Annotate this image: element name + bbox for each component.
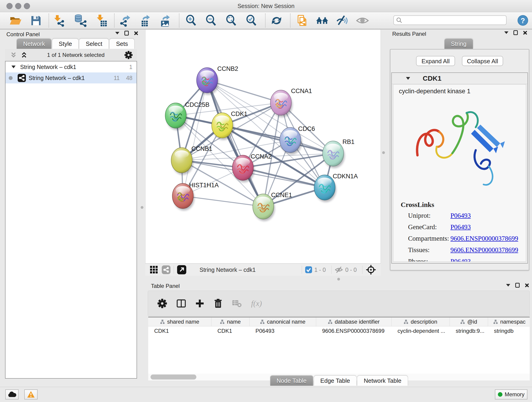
- show-columns-icon[interactable]: [177, 299, 186, 308]
- tab-select[interactable]: Select: [79, 38, 109, 49]
- splitter-handle[interactable]: [141, 206, 143, 209]
- zoom-window-button[interactable]: [24, 3, 30, 9]
- crosslink-link[interactable]: P06493: [450, 258, 471, 262]
- save-session-icon[interactable]: [29, 14, 43, 27]
- crosslink-label: GeneCard:: [408, 223, 450, 231]
- warnings-button[interactable]: [24, 389, 38, 400]
- column-header-canonical-name[interactable]: canonical name: [249, 317, 316, 326]
- panel-menu-icon[interactable]: [506, 284, 510, 287]
- crosslink-row: Tissues:9606.ENSP00000378699: [401, 246, 526, 254]
- open-in-window-icon[interactable]: [177, 265, 186, 274]
- hidden-eye-icon[interactable]: [335, 266, 343, 273]
- column-header-shared-name[interactable]: shared name: [148, 317, 211, 326]
- cloud-status-button[interactable]: [5, 389, 19, 400]
- collection-expander-icon[interactable]: [12, 65, 16, 68]
- help-button[interactable]: ?: [518, 15, 528, 26]
- fit-selected-crosshair-icon[interactable]: [366, 264, 376, 275]
- crosslink-link[interactable]: P06493: [450, 223, 471, 231]
- window-title: Session: New Session: [0, 0, 532, 12]
- export-table-icon[interactable]: [138, 14, 152, 27]
- tab-style[interactable]: Style: [52, 38, 79, 49]
- panel-float-icon[interactable]: [515, 283, 520, 288]
- expand-all-button[interactable]: Expand All: [416, 56, 455, 66]
- gear-icon[interactable]: [124, 51, 133, 59]
- panel-menu-icon[interactable]: [115, 32, 119, 34]
- network-tree: String Network – cdk1 1 String Network –…: [5, 61, 137, 379]
- control-panel: Control Panel NetworkStyleSelectSets 1 o…: [2, 30, 140, 380]
- function-builder-icon: f(x): [251, 299, 262, 308]
- panel-close-icon[interactable]: [523, 31, 527, 35]
- column-header--id[interactable]: @id: [450, 317, 488, 326]
- collapse-all-button[interactable]: Collapse All: [462, 56, 503, 66]
- column-header-description[interactable]: description: [392, 317, 450, 326]
- tab-string[interactable]: String: [444, 38, 473, 49]
- tab-network[interactable]: Network: [17, 38, 51, 49]
- table-settings-gear-icon[interactable]: [157, 298, 167, 308]
- node-label-CDKN1A: CDKN1A: [333, 173, 358, 180]
- table-row[interactable]: CDK1CDK1P064939606.ENSP00000378699cyclin…: [148, 326, 530, 336]
- splitter-handle[interactable]: [382, 151, 385, 154]
- minimize-window-button[interactable]: [15, 3, 21, 9]
- zoom-in-icon[interactable]: [184, 14, 198, 27]
- column-header-database-identifier[interactable]: database identifier: [316, 317, 392, 326]
- crosslink-link[interactable]: 9606.ENSP00000378699: [450, 246, 518, 254]
- create-column-plus-icon[interactable]: [195, 299, 204, 308]
- panel-float-icon[interactable]: [124, 31, 129, 36]
- toolbar-separator: [290, 13, 291, 27]
- toolbar-separator: [265, 13, 266, 27]
- zoom-fit-icon[interactable]: [224, 14, 238, 27]
- expand-all-icon[interactable]: [21, 51, 27, 58]
- network-node-CDK1[interactable]: [212, 113, 234, 140]
- warning-icon: [27, 391, 35, 398]
- table-cell: cyclin-dependent ...: [392, 326, 450, 336]
- network-node-CCNB1[interactable]: [171, 148, 193, 175]
- export-network-icon[interactable]: [118, 14, 132, 27]
- houses-icon[interactable]: [316, 14, 329, 27]
- netbar-separator: [174, 266, 174, 274]
- tab-edge-table[interactable]: Edge Table: [314, 375, 357, 386]
- network-node-RB1[interactable]: [323, 141, 345, 168]
- tab-network-table[interactable]: Network Table: [357, 375, 408, 386]
- panel-float-icon[interactable]: [513, 30, 518, 35]
- network-collection-row[interactable]: String Network – cdk1 1: [6, 61, 137, 72]
- apply-layout-icon[interactable]: [270, 14, 283, 27]
- import-network-database-icon[interactable]: [73, 14, 87, 27]
- import-table-file-icon[interactable]: [94, 14, 108, 27]
- collapse-all-icon[interactable]: [10, 51, 17, 58]
- selected-checkbox-icon[interactable]: [305, 266, 312, 273]
- splitter-handle[interactable]: [337, 278, 340, 281]
- delete-column-trash-icon[interactable]: [214, 298, 223, 308]
- panel-close-icon[interactable]: [525, 283, 529, 288]
- search-input[interactable]: [404, 17, 504, 24]
- export-image-icon[interactable]: [158, 14, 172, 27]
- show-eye-icon[interactable]: [355, 14, 369, 27]
- crosslink-label: Tissues:: [408, 246, 450, 254]
- network-node-CCNA1[interactable]: [270, 90, 292, 117]
- open-session-icon[interactable]: [9, 14, 22, 27]
- import-network-file-icon[interactable]: [51, 14, 65, 27]
- column-header-name[interactable]: name: [211, 317, 249, 326]
- memory-button[interactable]: Memory: [495, 389, 527, 400]
- network-canvas[interactable]: CCNB2CCNA1CDC25BCDK1CDC6RB1CCNB1CCNA2CDK…: [145, 29, 381, 264]
- zoom-out-icon[interactable]: [204, 14, 218, 27]
- hide-unhide-icon[interactable]: [335, 14, 349, 27]
- crosslink-link[interactable]: 9606.ENSP00000378699: [450, 235, 518, 242]
- crosslink-label: Pharos:: [408, 258, 450, 262]
- birds-eye-view-icon[interactable]: [150, 266, 158, 274]
- network-node-CCNB2[interactable]: [196, 68, 219, 95]
- column-header-namespac[interactable]: namespac: [488, 317, 530, 326]
- hscrollbar-thumb[interactable]: [151, 375, 196, 380]
- panel-menu-icon[interactable]: [504, 32, 508, 34]
- tab-node-table[interactable]: Node Table: [270, 375, 313, 386]
- close-window-button[interactable]: [6, 3, 13, 9]
- clone-network-icon[interactable]: [295, 14, 309, 27]
- crosslink-link[interactable]: P06493: [450, 212, 471, 219]
- network-row-selected[interactable]: String Network – cdk1 11 48: [6, 72, 137, 83]
- gene-expander-icon[interactable]: [406, 77, 410, 80]
- string-style-icon[interactable]: [162, 265, 171, 274]
- tab-sets[interactable]: Sets: [109, 38, 134, 49]
- panel-close-icon[interactable]: [134, 31, 138, 36]
- table-toolbar: f(x): [148, 291, 530, 316]
- selected-count: 1 - 0: [314, 267, 326, 273]
- zoom-selected-icon[interactable]: [244, 14, 258, 27]
